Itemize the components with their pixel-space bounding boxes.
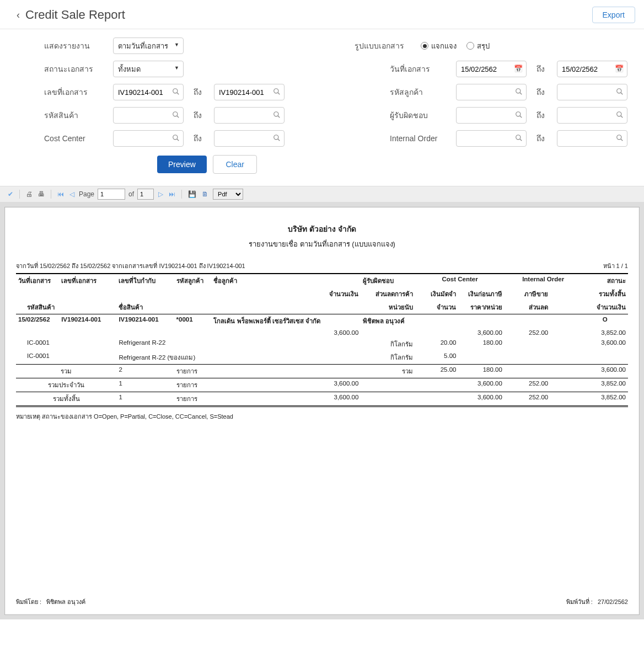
doc-date-from[interactable]: 📅 (456, 61, 527, 77)
cost-center-to[interactable] (214, 130, 285, 147)
table-row: IC-0001 Refrigerant R-22 กิโลกรัม 20.00 … (16, 338, 628, 351)
internal-order-label: Internal Order (390, 134, 456, 143)
of-label: of (128, 190, 134, 198)
item-code-from[interactable] (113, 107, 184, 124)
table-row: รวม 2 รายการ รวม 25.00 180.00 3,600.00 (16, 365, 628, 378)
radio-icon (421, 42, 428, 50)
report-table: วันที่เอกสาร เลขที่เอกสาร เลขที่ใบกำกับ … (16, 273, 628, 407)
cust-code-label: รหัสลูกค้า (390, 86, 456, 98)
page-title: Credit Sale Report (25, 8, 125, 22)
cost-center-from[interactable] (113, 130, 184, 147)
first-page-icon[interactable]: ⏮ (56, 189, 65, 199)
preview-button[interactable]: Preview (157, 156, 207, 173)
table-row: 3,600.00 3,600.00 252.00 3,852.00 (16, 328, 628, 338)
show-report-label: แสดงรายงาน (44, 40, 113, 52)
responsible-to[interactable] (557, 107, 627, 124)
prev-page-icon[interactable]: ◁ (68, 189, 76, 199)
table-row: IC-0001 Refrigerant R-22 (ของแถม) กิโลกร… (16, 351, 628, 365)
doc-format-radio-group: แจกแจง สรุป (421, 40, 490, 52)
doc-format-detailed[interactable]: แจกแจง (421, 40, 457, 52)
doc-status-label: สถานะเอกสาร (44, 63, 113, 75)
internal-order-to[interactable] (557, 130, 627, 147)
internal-order-from[interactable] (456, 130, 527, 147)
page-header: ‹ Credit Sale Report Export (0, 0, 644, 29)
last-page-icon[interactable]: ⏭ (168, 189, 176, 199)
page-input[interactable] (98, 189, 125, 200)
save-icon[interactable]: 💾 (187, 189, 197, 199)
report-page: หน้า 1 / 1 (603, 261, 628, 271)
filter-panel: แสดงรายงาน ตามวันที่เอกสาร รูปแบบเอกสาร … (0, 29, 644, 186)
doc-no-label: เลขที่เอกสาร (44, 86, 113, 98)
clear-button[interactable]: Clear (213, 155, 256, 174)
report-footer: พิมพ์โดย : พิชิตพล อนุวงค์ พิมพ์วันที่ :… (16, 597, 628, 607)
cust-code-to[interactable] (557, 84, 627, 100)
doc-date-to[interactable]: 📅 (557, 61, 627, 77)
responsible-label: ผู้รับผิดชอบ (390, 109, 456, 121)
item-code-to[interactable] (214, 107, 285, 124)
print-current-icon[interactable]: 🖶 (37, 189, 46, 199)
page-label: Page (79, 190, 94, 198)
page-total (137, 189, 154, 200)
show-report-select[interactable]: ตามวันที่เอกสาร (113, 38, 184, 54)
cust-code-from[interactable] (456, 84, 527, 100)
cost-center-label: Cost Center (44, 134, 113, 143)
doc-format-label: รูปแบบเอกสาร (355, 40, 421, 52)
next-page-icon[interactable]: ▷ (157, 189, 164, 199)
table-row: รวมทั้งสิ้น 1 รายการ 3,600.00 3,600.00 2… (16, 392, 628, 407)
report-toolbar: ✔ 🖨 🖶 ⏮ ◁ Page of ▷ ⏭ 💾 🗎 Pdf (0, 186, 644, 202)
doc-status-select[interactable]: ทั้งหมด (113, 61, 184, 77)
doc-no-from[interactable] (113, 84, 184, 100)
report-note: หมายเหตุ สถานะของเอกสาร O=Open, P=Partia… (16, 411, 628, 421)
report-body: บริษัท ตัวอย่าง จำกัด รายงานขายเชื่อ ตาม… (4, 207, 640, 615)
doc-no-to[interactable] (214, 84, 285, 100)
report-company: บริษัท ตัวอย่าง จำกัด (16, 223, 628, 235)
export-button[interactable]: Export (592, 7, 635, 23)
check-icon[interactable]: ✔ (7, 189, 14, 199)
item-code-label: รหัสสินค้า (44, 109, 113, 121)
doc-format-summary[interactable]: สรุป (466, 40, 490, 52)
report-range: จากวันที่ 15/02/2562 ถึง 15/02/2562 จากเ… (16, 261, 245, 271)
print-icon[interactable]: 🖨 (25, 189, 34, 199)
back-icon[interactable]: ‹ (17, 9, 20, 21)
table-row: รวมประจำวัน 1 รายการ 3,600.00 3,600.00 2… (16, 378, 628, 392)
report-title: รายงานขายเชื่อ ตามวันที่เอกสาร (แบบแจกแจ… (16, 238, 628, 250)
doc-date-label: วันที่เอกสาร (390, 63, 456, 75)
save-all-icon[interactable]: 🗎 (201, 189, 210, 199)
radio-icon (466, 42, 474, 50)
format-select[interactable]: Pdf (213, 189, 243, 200)
table-row: 15/02/2562 IV190214-001 IV190214-001 *00… (16, 314, 628, 328)
responsible-from[interactable] (456, 107, 527, 124)
